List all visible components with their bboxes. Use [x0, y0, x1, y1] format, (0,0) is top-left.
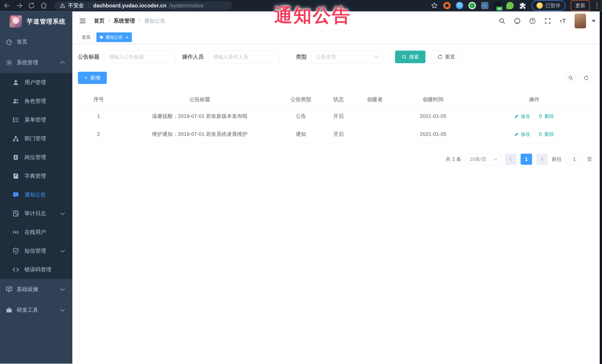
filter-title-label: 公告标题 [78, 53, 99, 61]
cell-status: 开启 [322, 113, 355, 120]
gear-icon [6, 59, 13, 66]
refresh-button[interactable] [581, 73, 591, 83]
delete-link[interactable]: 删除 [538, 113, 554, 120]
help-icon[interactable] [529, 17, 536, 24]
delete-link[interactable]: 删除 [538, 131, 554, 137]
edit-link[interactable]: 修改 [514, 131, 530, 137]
table-toolbar: 新增 [78, 72, 596, 84]
profile-paused-pill[interactable]: 已暂停 [532, 0, 565, 11]
cell-index: 1 [78, 113, 119, 119]
breadcrumb-system[interactable]: 系统管理 [114, 17, 135, 25]
cell-title: 温馨提醒：2018-07-01 若依新版本发布啦 [119, 113, 280, 120]
sidebar-item-notice[interactable]: 通知公告 [0, 185, 72, 204]
edit-icon [514, 114, 519, 119]
breadcrumb: 首页 系统管理 通知公告 [94, 17, 165, 25]
page-number-1[interactable]: 1 [521, 154, 532, 165]
reload-icon[interactable] [28, 2, 35, 9]
filter-form: 公告标题 操作人员 类型 [78, 51, 596, 63]
delete-link-label: 删除 [544, 131, 554, 137]
tab-home[interactable]: 首页 [78, 32, 94, 42]
reset-button[interactable]: 重置 [431, 51, 462, 63]
add-button[interactable]: 新增 [78, 72, 107, 84]
forward-icon[interactable] [16, 2, 23, 9]
sidebar-item-departments[interactable]: 部门管理 [0, 129, 72, 148]
extension-dark-icon[interactable]: on [494, 2, 501, 9]
sidebar-item-dict[interactable]: 字典管理 [0, 166, 72, 185]
message-icon [12, 191, 19, 198]
search-icon[interactable] [498, 17, 505, 24]
sidebar-item-system[interactable]: 系统管理 [0, 52, 72, 73]
operator-input[interactable] [208, 51, 280, 63]
table-row: 2 维护通知：2018-07-01 若依系统凌晨维护 通知 开启 2021-01… [78, 125, 596, 143]
github-icon[interactable] [514, 17, 521, 24]
sidebar-item-label: 基础设施 [17, 286, 38, 293]
col-type: 公告类型 [280, 96, 322, 103]
home-icon[interactable] [40, 2, 47, 9]
sidebar-item-audit-log[interactable]: 审计日志 [0, 204, 72, 223]
online-user-icon [12, 229, 19, 236]
sidebar-item-home[interactable]: 首页 [0, 31, 72, 52]
close-icon[interactable] [126, 35, 128, 40]
page-size-select[interactable]: 10条/页 [465, 154, 501, 165]
next-page-button[interactable] [536, 154, 548, 165]
page-size-label: 10条/页 [470, 156, 487, 163]
cell-title: 维护通知：2018-07-01 若依系统凌晨维护 [119, 131, 280, 138]
chevron-down-icon [60, 248, 65, 252]
sidebar-item-error-codes[interactable]: 错误码管理 [0, 260, 72, 279]
kebab-menu-icon[interactable] [595, 3, 599, 9]
update-button[interactable]: 更新 [571, 0, 590, 11]
filter-operator-label: 操作人员 [182, 53, 204, 61]
chevron-right-icon [539, 157, 543, 161]
extensions-puzzle-icon[interactable] [519, 2, 526, 9]
font-size-icon[interactable] [559, 17, 566, 24]
notice-type-select-input[interactable] [311, 51, 383, 63]
sidebar-item-users[interactable]: 用户管理 [0, 73, 72, 92]
notice-title-input[interactable] [104, 51, 175, 63]
sidebar-item-sms[interactable]: 短信管理 [0, 241, 72, 260]
browser-toolbar-right: on 已暂停 更新 [431, 0, 599, 11]
security-label[interactable]: 不安全 [68, 2, 84, 9]
prev-page-button[interactable] [505, 154, 516, 165]
tab-label: 通知公告 [105, 34, 123, 40]
search-icon [568, 75, 573, 80]
fullscreen-icon[interactable] [544, 17, 551, 24]
extension-green-icon[interactable] [468, 2, 476, 9]
search-button[interactable]: 搜索 [395, 51, 425, 63]
goto-page-input[interactable] [566, 154, 583, 165]
filter-title-group: 公告标题 [78, 51, 175, 63]
notice-type-select[interactable] [311, 51, 383, 63]
edit-link[interactable]: 修改 [514, 113, 530, 120]
star-icon[interactable] [431, 2, 438, 9]
chevron-down-icon [60, 286, 65, 291]
url-host[interactable]: dashboard.yudao.iocoder.cn [93, 3, 166, 9]
breadcrumb-home[interactable]: 首页 [94, 17, 105, 25]
trash-icon [538, 132, 543, 137]
extension-diamond-icon[interactable] [481, 2, 488, 9]
sidebar-item-infrastructure[interactable]: 基础设施 [0, 279, 72, 300]
sidebar-item-menus[interactable]: 菜单管理 [0, 110, 72, 129]
back-icon[interactable] [3, 2, 11, 9]
sidebar-item-roles[interactable]: 角色管理 [0, 92, 72, 110]
extension-blue-icon[interactable] [456, 2, 463, 9]
app-logo-row[interactable]: 芋道管理系统 [0, 11, 72, 31]
tab-notice[interactable]: 通知公告 [97, 32, 132, 42]
cell-status: 开启 [322, 131, 355, 138]
avatar[interactable] [575, 13, 586, 28]
window-scrollbar[interactable] [599, 11, 602, 364]
breadcrumb-separator [139, 18, 140, 24]
menu-list-icon [12, 116, 19, 124]
sidebar-item-label: 通知公告 [24, 191, 46, 198]
total-count: 共 2 条 [446, 156, 461, 163]
org-tree-icon [12, 135, 19, 142]
extension-orange-icon[interactable] [443, 2, 451, 9]
sidebar-item-dev-tools[interactable]: 研发工具 [0, 300, 72, 321]
address-bar[interactable]: 不安全 dashboard.yudao.iocoder.cn/system/no… [54, 1, 232, 10]
cell-created: 2021-01-05 [394, 113, 472, 119]
extension-sprout-icon[interactable] [506, 2, 514, 9]
sidebar-item-online-users[interactable]: 在线用户 [0, 223, 72, 241]
hamburger-icon[interactable] [79, 17, 86, 25]
toggle-search-button[interactable] [565, 73, 576, 83]
address-divider [88, 3, 89, 8]
caret-down-icon[interactable] [591, 20, 596, 22]
sidebar-item-posts[interactable]: 岗位管理 [0, 148, 72, 166]
